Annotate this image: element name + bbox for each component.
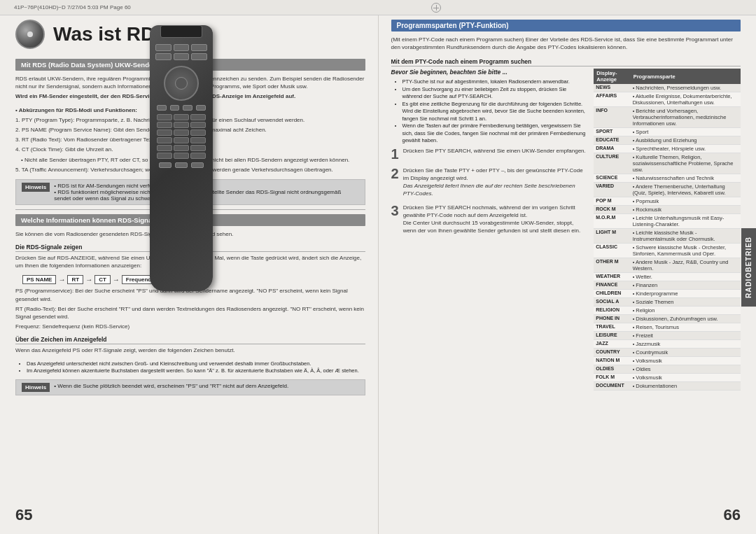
remote-num-16[interactable] [157,153,172,159]
pty-display-4: EDUCATE [594,136,630,145]
pty-prog-14: • Andere Musik - Jazz, R&B, Country und … [631,258,741,273]
remote-num-2[interactable] [174,114,189,120]
remote-num-9[interactable] [190,129,206,136]
pty-prog-19: • Religion [631,307,741,315]
pty-prog-12: • Leichte klassische Musik - Instrumenta… [631,229,741,244]
pty-row-2: INFO• Berichte und Vorhersagen, Verbrauc… [594,107,741,128]
remote-btn-3[interactable] [191,44,207,51]
step-num-2: 2 [391,167,399,181]
pty-display-26: OLDIES [594,365,630,374]
pty-col1-header: Display-Anzeige [594,69,630,84]
remote-num-15[interactable] [190,145,206,151]
remote-top-buttons [150,41,213,63]
pty-display-22: LEISURE [594,332,630,340]
before-title: Bevor Sie beginnen, beachten Sie bitte .… [391,69,587,76]
remote-num-5[interactable] [174,122,189,128]
pty-table: Display-Anzeige Programmsparte NEWS• Nac… [594,69,741,391]
before-items: PTY-Suche ist nur auf abgestimmten, loka… [391,78,587,145]
pty-display-8: VARIED [594,183,630,197]
arrow-sep-1: → [58,276,65,283]
step-text-1: Drücken Sie PTY SEARCH, während Sie eine… [403,147,587,155]
remote-sm-btn-2[interactable] [170,105,180,111]
remote-num-13[interactable] [157,145,172,151]
hinweis-box-2: Hinweis • Wenn die Suche plötzlich beend… [15,379,365,395]
right-two-col: Bevor Sie beginnen, beachten Sie bitte .… [391,69,741,391]
remote-num-8[interactable] [174,129,189,136]
pty-row-23: JAZZ• Jazzmusik [594,340,741,349]
pty-display-5: DRAMA [594,145,630,153]
pty-prog-7: • Naturwissenschaften und Technik [631,174,741,183]
pty-display-18: SOCIAL A [594,298,630,307]
freq-text-p: Frequenz: Sendefrequenz (kein RDS-Servic… [15,323,365,330]
arrow-sep-3: → [113,276,120,283]
remote-btn-4[interactable] [155,53,172,60]
pty-row-19: RELIGION• Religion [594,307,741,315]
pty-prog-3: • Sport [631,128,741,136]
remote-num-17[interactable] [174,153,189,159]
pty-prog-23: • Jazzmusik [631,340,741,349]
pty-prog-9: • Popmusik [631,197,741,206]
pty-display-25: NATION M [594,357,630,365]
pty-display-21: TRAVEL [594,323,630,332]
remote-bot-btn-2[interactable] [175,162,188,168]
remote-btn-5[interactable] [174,53,190,60]
pty-display-24: COUNTRY [594,349,630,357]
before-item-4: Wenn die Tasten auf der primäre Fernbedi… [402,122,587,145]
remote-num-18[interactable] [190,153,206,159]
remote-btn-6[interactable] [191,53,207,60]
remote-sm-btn-3[interactable] [183,105,192,111]
pty-row-7: SCIENCE• Naturwissenschaften und Technik [594,174,741,183]
pty-row-14: OTHER M• Andere Musik - Jazz, R&B, Count… [594,258,741,273]
pty-display-15: WEATHER [594,273,630,281]
pty-row-0: NEWS• Nachrichten, Pressemeldungen usw. [594,84,741,92]
pty-display-9: POP M [594,197,630,206]
remote-sm-btn-4[interactable] [196,105,206,111]
sub2-bullet-1: Das Anzeigefeld unterscheidet nicht zwis… [27,360,365,368]
remote-num-11[interactable] [174,137,189,143]
remote-btn-1[interactable] [155,44,172,51]
remote-bot-btn-1[interactable] [159,162,172,168]
pty-prog-28: • Dokumentationen [631,382,741,391]
pty-prog-8: • Andere Themenberuche, Unterhaltung (Qu… [631,183,741,197]
pty-row-24: COUNTRY• Countrymusik [594,349,741,357]
remote-num-14[interactable] [174,145,189,151]
pty-display-2: INFO [594,107,630,128]
remote-num-10[interactable] [157,137,172,143]
hinweis-label-2: Hinweis [22,383,50,392]
remote-sm-btn-1[interactable] [157,105,167,111]
remote-btn-2[interactable] [174,44,190,51]
pty-prog-21: • Reisen, Tourismus [631,323,741,332]
remote-num-1[interactable] [157,114,172,120]
pty-prog-26: • Oldies [631,365,741,374]
remote-num-buttons [150,112,213,161]
remote-num-7[interactable] [157,129,172,136]
hinweis-label-1: Hinweis [22,183,50,192]
crosshair-icon [431,3,441,13]
sub2-title: Über die Zeichen im Anzeigefeld [15,336,365,344]
remote-bot-btn-3[interactable] [191,162,204,168]
before-item-2: Um den Suchvorgang zu einer beliebigen Z… [402,86,587,101]
header-bar: 41P~76P(410HD)−D 7/27/04 5:03 PM Page 60 [0,0,756,15]
pty-row-5: DRAMA• Sprechtheater, Hörspiele usw. [594,145,741,153]
sub2-bullet-2: Im Anzeigefeld können akzentuierte Buchs… [27,367,365,375]
before-item-3: Es gibt eine zeitliche Begrenzung für di… [402,101,587,123]
cd-icon [15,20,45,49]
remote-num-4[interactable] [157,122,172,128]
remote-num-3[interactable] [190,114,206,120]
step-2: 2 Drücken Sie die Taste PTY + oder PTY –… [391,167,587,198]
pty-prog-16: • Finanzen [631,281,741,290]
remote-num-6[interactable] [190,122,206,128]
remote-num-12[interactable] [190,137,206,143]
right-intro: (Mit einem PTY-Code nach einem Programm … [391,36,741,51]
pty-display-10: ROCK M [594,206,630,214]
pty-display-0: NEWS [594,84,630,92]
pty-display-16: FINANCE [594,281,630,290]
pty-row-16: FINANCE• Finanzen [594,281,741,290]
remote-dpad-center[interactable] [175,77,188,90]
pty-row-10: ROCK M• Rockmusik [594,206,741,214]
remote-dpad[interactable] [164,66,199,101]
before-item-1: PTY-Suche ist nur auf abgestimmten, loka… [402,78,587,86]
pty-prog-18: • Soziale Themen [631,298,741,307]
right-section-title: Programmsparten (PTY-Funktion) [391,20,741,31]
header-center [431,3,441,13]
